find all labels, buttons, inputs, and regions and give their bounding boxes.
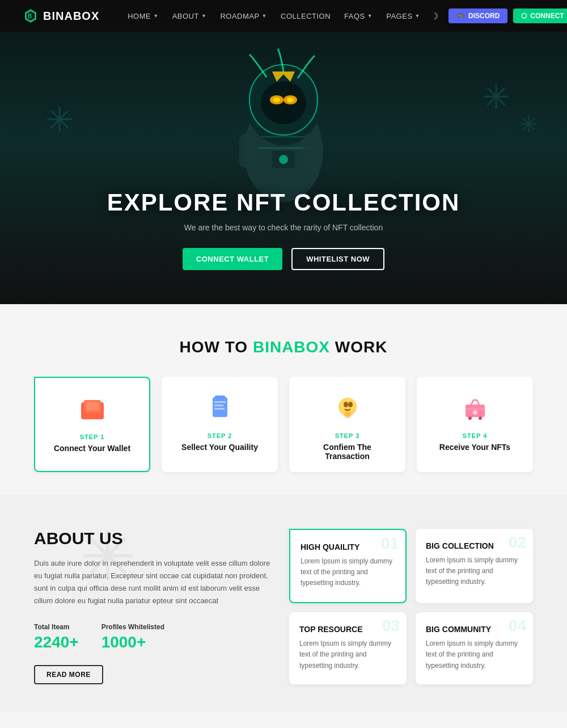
- nav-links: HOME ▼ ABOUT ▼ ROADMAP ▼ COLLECTION FAQS…: [122, 9, 426, 24]
- stat-profiles-value: 1000+: [101, 633, 164, 651]
- feature-text-4: Lorem Ipsum is simply dummy text of the …: [426, 638, 523, 671]
- nav-faqs[interactable]: FAQS ▼: [338, 9, 378, 24]
- how-section: HOW TO BINABOX WORK STEP 1 Connect Your …: [0, 304, 567, 495]
- discord-button[interactable]: 🎮 DISCORD: [448, 9, 507, 23]
- svg-point-33: [468, 416, 472, 420]
- svg-point-8: [287, 98, 294, 102]
- chevron-down-icon: ▼: [153, 13, 158, 19]
- svg-point-27: [348, 402, 353, 407]
- svg-point-34: [479, 416, 482, 420]
- feature-card-3: 03 TOP RESOURCE Lorem Ipsum is simply du…: [289, 612, 407, 684]
- wallet-icon: ⬡: [521, 12, 527, 20]
- chevron-down-icon: ▼: [262, 13, 267, 19]
- step-card-4: STEP 4 Receive Your NFTs: [417, 377, 533, 472]
- stat-total-items: Total Iteam 2240+: [34, 623, 79, 651]
- about-left: ✳ ABOUT US Duis aute irure dolor in repr…: [34, 529, 272, 684]
- svg-rect-23: [214, 408, 225, 410]
- feature-number-2: 02: [509, 533, 526, 552]
- feature-text-1: Lorem Ipsum is simply dummy text of the …: [301, 556, 395, 589]
- step-number-4: STEP 4: [428, 432, 522, 439]
- step-icon-2: [204, 393, 236, 424]
- whitelist-button[interactable]: WHITELIST NOW: [291, 248, 384, 270]
- about-features-grid: 01 HIGH QUAILITY Lorem Ipsum is simply d…: [289, 529, 533, 684]
- about-text: Duis aute irure dolor in reprehenderit i…: [34, 557, 272, 607]
- svg-point-4: [261, 81, 306, 124]
- about-section: ✳ ABOUT US Duis aute irure dolor in repr…: [0, 495, 567, 713]
- step-number-3: STEP 3: [301, 432, 394, 439]
- stat-total-label: Total Iteam: [34, 623, 79, 631]
- hero-section: ✳ ✳ ✳: [0, 32, 567, 304]
- step-icon-4: [459, 393, 491, 424]
- svg-rect-19: [213, 397, 227, 417]
- stat-profiles-label: Profiles Whitelisted: [101, 623, 164, 631]
- collection-section: HOT COLLECTION: [0, 713, 567, 728]
- svg-text:B: B: [28, 13, 32, 19]
- connect-button[interactable]: ⬡ CONNECT: [513, 9, 567, 23]
- step-icon-3: [332, 393, 363, 424]
- step-number-2: STEP 2: [173, 432, 266, 439]
- decoration-snowflake-top: ✳: [519, 111, 539, 137]
- step-card-1: STEP 1 Connect Your Wallet: [34, 377, 150, 472]
- feature-number-3: 03: [382, 617, 400, 635]
- nav-actions: ☽ 🎮 DISCORD ⬡ CONNECT: [426, 9, 567, 24]
- about-stats: Total Iteam 2240+ Profiles Whitelisted 1…: [34, 623, 272, 651]
- hero-content: EXPLORE NFT COLLECTION We are the best w…: [107, 189, 460, 270]
- nav-roadmap[interactable]: ROADMAP ▼: [214, 9, 273, 24]
- step-label-4: Receive Your NFTs: [428, 443, 522, 452]
- svg-rect-12: [239, 134, 253, 168]
- read-more-button[interactable]: READ MORE: [34, 665, 103, 684]
- nav-collection[interactable]: COLLECTION: [275, 9, 336, 24]
- how-section-title: HOW TO BINABOX WORK: [34, 338, 533, 356]
- step-number-1: STEP 1: [46, 434, 138, 440]
- svg-rect-21: [214, 401, 226, 403]
- stat-profiles: Profiles Whitelisted 1000+: [101, 623, 164, 651]
- step-label-1: Connect Your Wallet: [46, 444, 138, 453]
- hero-subtitle: We are the best way to check the rarity …: [107, 223, 460, 232]
- chevron-down-icon: ▼: [367, 13, 373, 19]
- feature-number-1: 01: [381, 535, 399, 553]
- dark-mode-toggle[interactable]: ☽: [426, 9, 443, 24]
- chevron-down-icon: ▼: [415, 13, 420, 19]
- feature-card-4: 04 BIG COMMUNITY Lorem Ipsum is simply d…: [416, 612, 533, 684]
- svg-point-28: [344, 411, 351, 418]
- svg-rect-13: [303, 134, 316, 168]
- step-card-3: STEP 3 Confiem The Transaction: [289, 377, 405, 472]
- step-card-2: STEP 2 Sellect Your Quaility: [162, 377, 278, 472]
- hero-buttons: CONNECT WALLET WHITELIST NOW: [107, 248, 460, 270]
- svg-rect-22: [214, 405, 223, 406]
- svg-point-7: [273, 98, 280, 102]
- navbar: B BINABOX HOME ▼ ABOUT ▼ ROADMAP ▼ COLLE…: [0, 0, 567, 32]
- feature-card-2: 02 BIG COLLECTION Lorem Ipsum is simply …: [416, 529, 533, 603]
- discord-icon: 🎮: [456, 12, 465, 20]
- feature-text-2: Lorem Ipsum is simply dummy text of the …: [426, 555, 523, 588]
- stat-total-value: 2240+: [34, 633, 79, 651]
- nav-about[interactable]: ABOUT ▼: [167, 9, 213, 24]
- nav-home[interactable]: HOME ▼: [122, 9, 164, 24]
- svg-point-32: [473, 410, 477, 415]
- svg-rect-20: [215, 395, 225, 399]
- feature-text-3: Lorem Ipsum is simply dummy text of the …: [299, 638, 396, 671]
- about-title: ABOUT US: [34, 529, 272, 548]
- svg-point-26: [344, 402, 348, 407]
- svg-rect-18: [86, 402, 99, 410]
- svg-point-15: [279, 155, 288, 164]
- step-label-3: Confiem The Transaction: [301, 443, 394, 461]
- decoration-snowflake-left: ✳: [45, 100, 74, 140]
- feature-card-1: 01 HIGH QUAILITY Lorem Ipsum is simply d…: [289, 529, 407, 603]
- logo[interactable]: B BINABOX: [23, 8, 99, 24]
- brand-name: BINABOX: [43, 10, 99, 23]
- steps-grid: STEP 1 Connect Your Wallet STEP 2 Sellec…: [34, 377, 533, 472]
- step-icon-1: [77, 394, 108, 426]
- nav-pages[interactable]: PAGES ▼: [380, 9, 426, 24]
- decoration-snowflake-right: ✳: [482, 77, 510, 117]
- connect-wallet-button[interactable]: CONNECT WALLET: [183, 248, 282, 270]
- feature-number-4: 04: [509, 617, 526, 635]
- hero-title: EXPLORE NFT COLLECTION: [107, 189, 460, 216]
- step-label-2: Sellect Your Quaility: [173, 443, 266, 452]
- chevron-down-icon: ▼: [201, 13, 206, 19]
